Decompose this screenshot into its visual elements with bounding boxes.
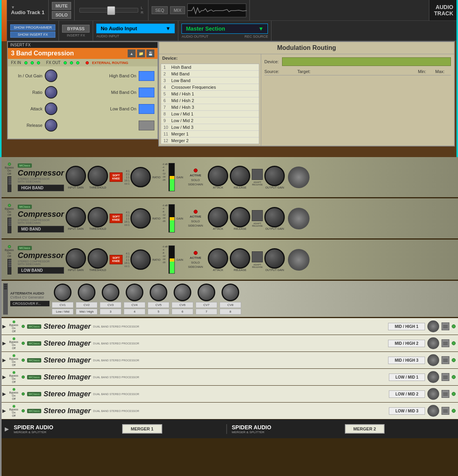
soft-knee-btn-high[interactable]: SOFT KNEE bbox=[110, 172, 123, 182]
ratio-knob[interactable] bbox=[45, 86, 57, 99]
input-gain-knob-mid[interactable] bbox=[66, 207, 86, 227]
mid-band-on-btn[interactable] bbox=[139, 88, 154, 97]
release-sq-btn[interactable] bbox=[139, 121, 154, 130]
fx-io-row: FX IN FX OUT EXTERNAL ROUTING bbox=[8, 59, 158, 66]
show-insert-fx-button[interactable]: SHOW INSERT FX bbox=[10, 31, 55, 38]
play-btn-5[interactable]: ▶ bbox=[2, 391, 6, 397]
seq-button[interactable]: SEQ bbox=[152, 6, 168, 14]
cv6-knob[interactable] bbox=[174, 284, 191, 301]
cv4-knob[interactable] bbox=[126, 284, 143, 301]
solo-button[interactable]: SOLO bbox=[52, 11, 71, 19]
device-item-9[interactable]: 9Low / Mid 2 bbox=[161, 117, 259, 124]
input-gain-knob-high[interactable] bbox=[66, 166, 86, 186]
master-section-dropdown[interactable]: Master Section ▼ bbox=[181, 24, 268, 34]
bypass-led-mid bbox=[8, 204, 11, 207]
device-item-10[interactable]: 10Low / Mid 3 bbox=[161, 124, 259, 131]
play-btn-1[interactable]: ▶ bbox=[2, 324, 6, 329]
device-item-5[interactable]: 5Mid / Hish 1 bbox=[161, 91, 259, 97]
play-btn-6[interactable]: ▶ bbox=[2, 408, 6, 414]
merger2-button[interactable]: MERGER 2 bbox=[345, 424, 385, 434]
input-gain-knob-low[interactable] bbox=[66, 248, 86, 269]
imager-title-i4: Stereo Imager bbox=[44, 373, 91, 381]
fx-folder-icon[interactable]: 📁 bbox=[137, 49, 145, 57]
imager-power-btn-i1[interactable] bbox=[452, 324, 456, 328]
imager-menu-btn-i5[interactable] bbox=[442, 390, 449, 398]
attack-knob-mid[interactable] bbox=[208, 207, 228, 227]
soft-knee-btn-low[interactable]: SOFT KNEE bbox=[110, 255, 123, 265]
mod-device-input[interactable] bbox=[282, 57, 451, 66]
device-item-7[interactable]: 7Mid / Hish 3 bbox=[161, 104, 259, 111]
cv5-knob[interactable] bbox=[150, 284, 167, 301]
imager-menu-btn-i3[interactable] bbox=[442, 356, 449, 364]
output-gain-knob-low[interactable] bbox=[264, 248, 285, 269]
imager-power-btn-i6[interactable] bbox=[452, 409, 456, 413]
mclass-logo-mid bbox=[288, 208, 310, 229]
device-item-1[interactable]: 1Hish Band bbox=[161, 64, 259, 71]
attack-label: Attack bbox=[11, 106, 42, 111]
compressor-strip-low: Bypass On Off MClass Compressor STEREO C… bbox=[0, 240, 458, 281]
cv3-knob[interactable] bbox=[102, 284, 119, 301]
imager-power-btn-i3[interactable] bbox=[452, 358, 456, 362]
cv8-knob[interactable] bbox=[222, 284, 239, 301]
play-btn-4[interactable]: ▶ bbox=[2, 374, 6, 380]
device-item-3[interactable]: 3Low Band bbox=[161, 77, 259, 84]
device-item-12[interactable]: 12Merger 2 bbox=[161, 137, 259, 144]
device-item-2[interactable]: 2Mid Band bbox=[161, 71, 259, 77]
attack-knob[interactable] bbox=[45, 103, 57, 115]
high-band-on-btn[interactable] bbox=[139, 71, 154, 81]
mute-button[interactable]: MUTE bbox=[52, 2, 71, 10]
show-programmer-button[interactable]: SHOW PROGRAMMER bbox=[10, 24, 55, 31]
attack-knob-low[interactable] bbox=[208, 248, 228, 269]
ratio-knob-high[interactable] bbox=[130, 167, 151, 187]
mclass-badge-i6: MClass bbox=[27, 409, 41, 413]
cv1-knob[interactable] bbox=[54, 284, 71, 301]
master-dropdown-arrow-icon: ▼ bbox=[258, 26, 264, 32]
fx-up-icon[interactable]: ▲ bbox=[128, 49, 136, 57]
release-knob-mid[interactable] bbox=[230, 207, 250, 227]
threshold-knob-low[interactable] bbox=[88, 248, 108, 269]
imager-menu-btn-i4[interactable] bbox=[442, 373, 449, 381]
device-list-header: Device: bbox=[159, 54, 261, 62]
attack-knob-high[interactable] bbox=[208, 166, 228, 186]
release-knob[interactable] bbox=[45, 119, 57, 132]
imager-menu-btn-i2[interactable] bbox=[442, 339, 449, 347]
soft-knee-btn-mid[interactable]: SOFT KNEE bbox=[110, 214, 123, 223]
release-knob-low[interactable] bbox=[230, 248, 250, 269]
fx-save-icon[interactable]: 💾 bbox=[147, 49, 154, 57]
imager-menu-btn-i1[interactable] bbox=[442, 322, 449, 330]
cv7-knob[interactable] bbox=[198, 284, 215, 301]
threshold-knob-mid[interactable] bbox=[88, 207, 108, 227]
release-knob-high[interactable] bbox=[230, 166, 250, 186]
ratio-knob-mid[interactable] bbox=[130, 208, 151, 229]
cv2-knob[interactable] bbox=[78, 284, 95, 301]
imager-menu-btn-i6[interactable] bbox=[442, 407, 449, 415]
output-gain-knob-high[interactable] bbox=[264, 166, 285, 186]
device-item-11[interactable]: 11Merger 1 bbox=[161, 131, 259, 137]
audio-input-label: AUDIO INPUT bbox=[96, 34, 175, 38]
bypass-button[interactable]: BYPASS bbox=[62, 25, 90, 33]
merger1-button[interactable]: MERGER 1 bbox=[122, 424, 162, 434]
adapt-release-btn-mid[interactable] bbox=[252, 210, 263, 221]
imager-power-btn-i4[interactable] bbox=[452, 375, 456, 379]
mix-button[interactable]: MIX bbox=[170, 6, 185, 14]
device-item-6[interactable]: 6Mid / Hish 2 bbox=[161, 97, 259, 104]
play-btn-3[interactable]: ▶ bbox=[2, 357, 6, 363]
imager-power-btn-i2[interactable] bbox=[452, 341, 456, 345]
audio-input-dropdown[interactable]: No Audio Input ▼ bbox=[96, 24, 175, 33]
threshold-knob-high[interactable] bbox=[88, 166, 108, 186]
output-gain-knob-mid[interactable] bbox=[264, 207, 285, 227]
fader-track[interactable] bbox=[79, 8, 138, 13]
device-item-8[interactable]: 8Low / Mid 1 bbox=[161, 111, 259, 117]
adapt-release-btn-low[interactable] bbox=[252, 251, 263, 262]
play-btn-2[interactable]: ▶ bbox=[2, 341, 6, 346]
ratio-knob-low[interactable] bbox=[130, 249, 151, 270]
fader-thumb[interactable] bbox=[107, 6, 115, 15]
low-band-on-btn[interactable] bbox=[139, 104, 154, 114]
spider-left-arrow[interactable]: ▶ bbox=[5, 426, 9, 432]
imager-power-btn-i5[interactable] bbox=[452, 392, 456, 396]
in-out-gain-knob[interactable] bbox=[45, 70, 57, 82]
mid-band-on-label: Mid Band On bbox=[111, 90, 136, 95]
adapt-release-btn-high[interactable] bbox=[252, 169, 263, 180]
cv-device-name: CVBx4 CV Generator bbox=[10, 295, 49, 299]
device-item-4[interactable]: 4Crossover Frequencies bbox=[161, 84, 259, 91]
